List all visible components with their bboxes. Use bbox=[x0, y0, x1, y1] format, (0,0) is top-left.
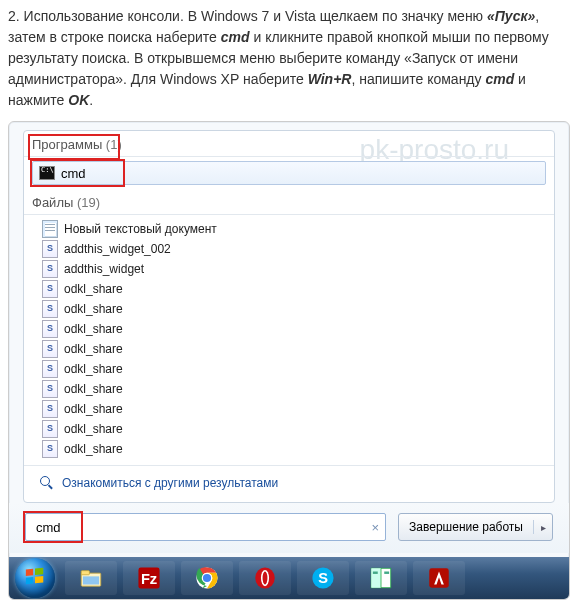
file-result-label: Новый текстовый документ bbox=[64, 222, 217, 236]
file-result-item[interactable]: addthis_widget bbox=[32, 259, 546, 279]
file-result-item[interactable]: odkl_share bbox=[32, 439, 546, 459]
article-paragraph: 2. Использование консоли. В Windows 7 и … bbox=[0, 0, 579, 121]
programs-label: Программы bbox=[32, 137, 102, 152]
script-file-icon bbox=[42, 280, 58, 298]
file-result-label: odkl_share bbox=[64, 322, 123, 336]
section-header-files: Файлы (19) bbox=[24, 193, 554, 215]
script-file-icon bbox=[42, 440, 58, 458]
taskbar-item-explorer[interactable] bbox=[65, 561, 117, 595]
start-menu-bottom-row: × Завершение работы ▸ bbox=[9, 503, 569, 553]
files-count: (19) bbox=[77, 195, 100, 210]
script-file-icon bbox=[42, 400, 58, 418]
svg-rect-22 bbox=[429, 568, 449, 588]
script-file-icon bbox=[42, 340, 58, 358]
svg-point-14 bbox=[263, 572, 268, 585]
taskbar-item-opera[interactable] bbox=[239, 561, 291, 595]
program-result-cmd[interactable]: cmd bbox=[32, 161, 546, 185]
see-more-results[interactable]: Ознакомиться с другими результатами bbox=[24, 472, 554, 494]
svg-text:S: S bbox=[318, 570, 328, 586]
search-input[interactable] bbox=[34, 519, 359, 536]
svg-rect-0 bbox=[26, 569, 33, 576]
file-result-item[interactable]: odkl_share bbox=[32, 319, 546, 339]
script-file-icon bbox=[42, 240, 58, 258]
script-file-icon bbox=[42, 380, 58, 398]
file-result-label: odkl_share bbox=[64, 302, 123, 316]
file-result-item[interactable]: odkl_share bbox=[32, 379, 546, 399]
taskbar-item-adobe[interactable] bbox=[413, 561, 465, 595]
clear-search-button[interactable]: × bbox=[372, 520, 380, 535]
file-result-item[interactable]: odkl_share bbox=[32, 299, 546, 319]
svg-rect-3 bbox=[35, 576, 43, 583]
file-result-label: odkl_share bbox=[64, 402, 123, 416]
shutdown-arrow-icon[interactable]: ▸ bbox=[534, 522, 552, 533]
shutdown-button[interactable]: Завершение работы ▸ bbox=[398, 513, 553, 541]
file-result-item[interactable]: odkl_share bbox=[32, 339, 546, 359]
search-results-panel: Программы (1) cmd Файлы (19) Новый текст… bbox=[23, 130, 555, 503]
cmd-exe-icon bbox=[39, 166, 55, 180]
file-result-item[interactable]: odkl_share bbox=[32, 399, 546, 419]
taskbar-item-filezilla[interactable]: Fz bbox=[123, 561, 175, 595]
file-list: Новый текстовый документaddthis_widget_0… bbox=[24, 219, 554, 459]
see-more-label: Ознакомиться с другими результатами bbox=[62, 476, 278, 490]
file-result-label: odkl_share bbox=[64, 442, 123, 456]
script-file-icon bbox=[42, 420, 58, 438]
section-header-programs: Программы (1) bbox=[24, 135, 554, 157]
svg-rect-5 bbox=[81, 571, 89, 575]
script-file-icon bbox=[42, 260, 58, 278]
start-button[interactable] bbox=[15, 558, 55, 598]
file-result-item[interactable]: odkl_share bbox=[32, 359, 546, 379]
search-icon bbox=[40, 476, 54, 490]
file-result-label: addthis_widget_002 bbox=[64, 242, 171, 256]
files-label: Файлы bbox=[32, 195, 73, 210]
svg-rect-18 bbox=[371, 568, 381, 588]
svg-rect-20 bbox=[373, 572, 378, 574]
search-box[interactable]: × bbox=[25, 513, 386, 541]
divider bbox=[24, 465, 554, 466]
script-file-icon bbox=[42, 320, 58, 338]
file-result-label: odkl_share bbox=[64, 422, 123, 436]
taskbar-item-totalcmd[interactable] bbox=[355, 561, 407, 595]
programs-count: (1) bbox=[106, 137, 122, 152]
file-result-label: odkl_share bbox=[64, 282, 123, 296]
taskbar-item-chrome[interactable] bbox=[181, 561, 233, 595]
file-result-label: odkl_share bbox=[64, 382, 123, 396]
file-result-item[interactable]: addthis_widget_002 bbox=[32, 239, 546, 259]
svg-rect-2 bbox=[26, 577, 33, 584]
file-result-item[interactable]: odkl_share bbox=[32, 419, 546, 439]
shutdown-label: Завершение работы bbox=[399, 520, 534, 534]
svg-point-11 bbox=[203, 574, 211, 582]
file-result-label: odkl_share bbox=[64, 362, 123, 376]
file-result-item[interactable]: odkl_share bbox=[32, 279, 546, 299]
taskbar-item-skype[interactable]: S bbox=[297, 561, 349, 595]
program-result-label: cmd bbox=[61, 166, 86, 181]
svg-rect-6 bbox=[83, 576, 99, 584]
text-document-icon bbox=[42, 220, 58, 238]
file-result-label: odkl_share bbox=[64, 342, 123, 356]
file-result-item[interactable]: Новый текстовый документ bbox=[32, 219, 546, 239]
svg-text:Fz: Fz bbox=[141, 571, 157, 587]
taskbar: Fz S bbox=[9, 557, 569, 599]
file-result-label: addthis_widget bbox=[64, 262, 144, 276]
start-menu-screenshot: pk-prosto.ru Программы (1) cmd Файлы (19… bbox=[8, 121, 570, 600]
script-file-icon bbox=[42, 360, 58, 378]
svg-rect-1 bbox=[35, 568, 43, 575]
script-file-icon bbox=[42, 300, 58, 318]
svg-rect-21 bbox=[384, 572, 389, 574]
